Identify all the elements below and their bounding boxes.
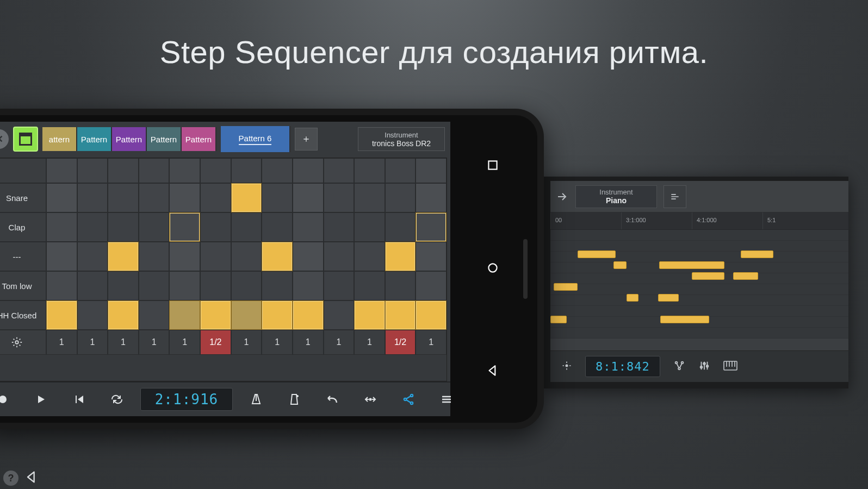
step-cell[interactable] — [293, 212, 324, 242]
piano-roll[interactable] — [550, 230, 848, 338]
export-icon[interactable] — [556, 190, 569, 203]
track-label[interactable]: --- — [0, 242, 46, 271]
system-back-icon[interactable] — [24, 469, 39, 487]
step-cell[interactable] — [231, 242, 262, 271]
step-cell[interactable] — [139, 212, 170, 242]
step-value-cell[interactable]: 1 — [169, 330, 200, 355]
view-mode-button[interactable] — [13, 127, 38, 152]
step-cell[interactable] — [200, 212, 231, 242]
step-cell[interactable] — [385, 183, 416, 212]
step-cell[interactable] — [77, 212, 108, 242]
step-cell[interactable] — [139, 300, 170, 330]
step-cell[interactable] — [231, 183, 262, 212]
step-value-cell[interactable]: 1 — [77, 330, 108, 355]
step-cell[interactable] — [46, 300, 77, 330]
step-value-cell[interactable]: 1 — [293, 330, 324, 355]
step-value-cell[interactable]: 1 — [139, 330, 170, 355]
step-value-cell[interactable]: 1 — [231, 330, 262, 355]
mixer-icon[interactable] — [698, 360, 710, 374]
step-cell[interactable] — [77, 300, 108, 330]
midi-note[interactable] — [578, 250, 616, 258]
nav-recent-icon[interactable] — [486, 158, 500, 174]
timecode-display-secondary[interactable]: 8:1:842 — [585, 356, 660, 377]
step-cell[interactable] — [108, 212, 139, 242]
menu-button[interactable] — [427, 383, 466, 416]
quantize-button[interactable] — [664, 185, 686, 208]
midi-note[interactable] — [613, 261, 627, 269]
instrument-selector-secondary[interactable]: Instrument Piano — [575, 185, 657, 208]
step-cell[interactable] — [293, 300, 324, 330]
step-value-cell[interactable]: 1 — [324, 330, 355, 355]
step-cell[interactable] — [139, 242, 170, 271]
step-cell[interactable] — [385, 212, 416, 242]
play-button[interactable] — [22, 383, 60, 416]
step-cell[interactable] — [108, 271, 139, 300]
step-cell[interactable] — [231, 300, 262, 330]
settings-button[interactable] — [0, 330, 46, 355]
instrument-selector[interactable]: Instrument tronics Boss DR2 — [358, 127, 445, 151]
step-cell[interactable] — [77, 183, 108, 212]
add-pattern-button[interactable] — [295, 128, 318, 151]
stretch-button[interactable] — [351, 383, 389, 416]
timeline-ruler[interactable]: 003:1:0004:1:0005:1 — [550, 212, 848, 230]
midi-note[interactable] — [554, 283, 578, 291]
pattern-tab-2[interactable]: Pattern — [112, 127, 147, 151]
close-button[interactable]: ✕ — [0, 129, 9, 149]
step-cell[interactable] — [416, 300, 447, 330]
step-cell[interactable] — [169, 183, 200, 212]
step-cell[interactable] — [139, 183, 170, 212]
track-label[interactable]: Tom low — [0, 271, 46, 300]
effects-icon[interactable] — [561, 360, 572, 373]
step-value-cell[interactable]: 1 — [262, 330, 293, 355]
step-value-cell[interactable]: 1 — [354, 330, 385, 355]
step-cell[interactable] — [324, 212, 355, 242]
step-cell[interactable] — [324, 242, 355, 271]
track-label[interactable]: Snare — [0, 183, 46, 212]
midi-note[interactable] — [659, 261, 724, 269]
keyboard-icon[interactable] — [723, 360, 737, 374]
step-cell[interactable] — [200, 271, 231, 300]
midi-note[interactable] — [627, 294, 638, 302]
step-cell[interactable] — [293, 242, 324, 271]
pattern-tab-selected[interactable]: Pattern 6 — [221, 126, 290, 152]
step-cell[interactable] — [385, 242, 416, 271]
step-value-cell[interactable]: 1 — [416, 330, 447, 355]
step-value-cell[interactable]: 1 — [46, 330, 77, 355]
undo-button[interactable] — [313, 383, 351, 416]
step-cell[interactable] — [293, 271, 324, 300]
step-cell[interactable] — [416, 183, 447, 212]
step-cell[interactable] — [354, 212, 385, 242]
step-cell[interactable] — [354, 242, 385, 271]
step-cell[interactable] — [231, 212, 262, 242]
step-cell[interactable] — [77, 242, 108, 271]
step-cell[interactable] — [46, 183, 77, 212]
step-cell[interactable] — [169, 212, 200, 242]
step-cell[interactable] — [200, 300, 231, 330]
step-cell[interactable] — [108, 242, 139, 271]
step-cell[interactable] — [354, 300, 385, 330]
step-value-cell[interactable]: 1 — [108, 330, 139, 355]
step-cell[interactable] — [324, 183, 355, 212]
step-cell[interactable] — [354, 183, 385, 212]
step-cell[interactable] — [46, 242, 77, 271]
help-button[interactable]: ? — [3, 471, 18, 486]
step-cell[interactable] — [262, 242, 293, 271]
rewind-button[interactable] — [60, 383, 98, 416]
step-cell[interactable] — [108, 300, 139, 330]
step-cell[interactable] — [262, 183, 293, 212]
step-cell[interactable] — [293, 183, 324, 212]
step-cell[interactable] — [169, 300, 200, 330]
step-cell[interactable] — [231, 271, 262, 300]
step-value-cell[interactable]: 1/2 — [385, 330, 416, 355]
step-cell[interactable] — [200, 183, 231, 212]
metronome-button[interactable] — [237, 383, 275, 416]
step-cell[interactable] — [200, 242, 231, 271]
timecode-display[interactable]: 2:1:916 — [140, 388, 233, 411]
step-cell[interactable] — [262, 212, 293, 242]
midi-note[interactable] — [550, 316, 567, 323]
add-track-button[interactable] — [275, 383, 313, 416]
step-cell[interactable] — [385, 271, 416, 300]
pattern-tab-1[interactable]: Pattern — [77, 127, 112, 151]
step-cell[interactable] — [416, 271, 447, 300]
loop-button[interactable] — [98, 383, 136, 416]
